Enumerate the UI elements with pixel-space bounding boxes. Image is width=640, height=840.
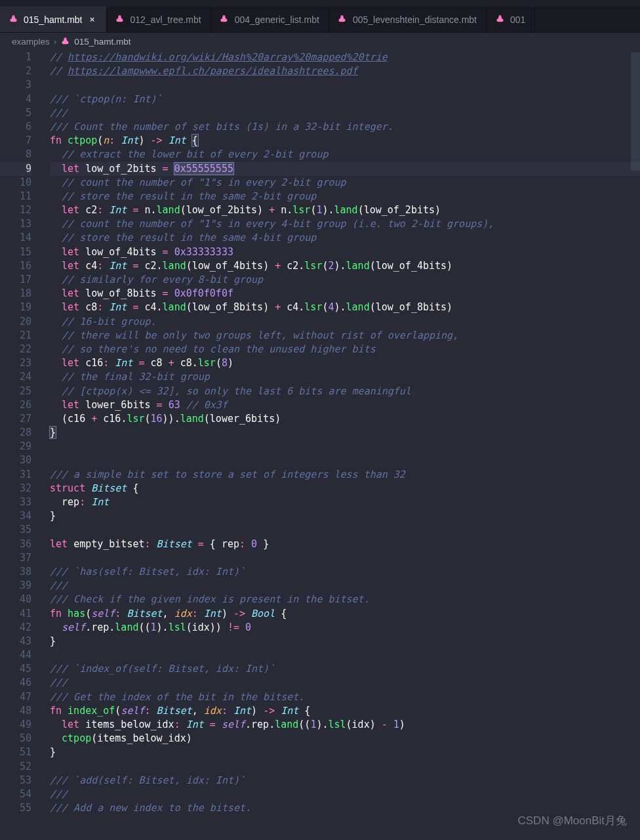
code-line[interactable]: let c8: Int = c4.land(low_of_8bits) + c4… — [50, 301, 640, 314]
code-line[interactable]: /// `has(self: Bitset, idx: Int)` — [50, 565, 640, 579]
line-number: 29 — [0, 440, 31, 453]
code-line[interactable]: let c4: Int = c2.land(low_of_4bits) + c2… — [50, 259, 640, 273]
code-line[interactable] — [50, 551, 640, 565]
code-line[interactable]: let items_below_idx: Int = self.rep.land… — [50, 718, 640, 732]
code-line[interactable]: /// — [50, 106, 640, 120]
code-line[interactable]: /// `add(self: Bitset, idx: Int)` — [50, 774, 640, 788]
line-number: 42 — [0, 621, 31, 635]
line-number: 25 — [0, 385, 31, 398]
code-line[interactable]: // 16-bit group. — [50, 315, 640, 329]
svg-point-9 — [500, 16, 501, 17]
code-line[interactable]: /// a simple bit set to store a set of i… — [50, 468, 640, 482]
line-number: 45 — [0, 662, 31, 676]
code-line[interactable]: } — [50, 635, 640, 648]
line-number: 43 — [0, 635, 31, 648]
code-line[interactable]: } — [50, 509, 640, 523]
editor-tab[interactable]: 015_hamt.mbt× — [0, 7, 107, 32]
code-line[interactable]: // extract the lower bit of every 2-bit … — [50, 148, 640, 161]
code-line[interactable]: fn has(self: Bitset, idx: Int) -> Bool { — [50, 607, 640, 621]
vertical-scrollbar[interactable] — [631, 52, 640, 840]
editor-tab[interactable]: 012_avl_tree.mbt — [107, 7, 211, 32]
code-line[interactable]: // count the number of "1"s in every 2-b… — [50, 176, 640, 190]
svg-point-4 — [222, 16, 223, 17]
line-number: 34 — [0, 509, 31, 523]
code-line[interactable]: rep: Int — [50, 495, 640, 509]
editor-tab[interactable]: 005_levenshtein_distance.mbt — [329, 7, 487, 32]
code-line[interactable]: // https://handwiki.org/wiki/Hash%20arra… — [50, 51, 640, 64]
editor[interactable]: 1234567891011121314151617181920212223242… — [0, 51, 640, 838]
code-line[interactable]: ctpop(items_below_idx) — [50, 732, 640, 746]
line-number: 2 — [0, 64, 31, 78]
breadcrumb-folder[interactable]: examples — [12, 37, 50, 47]
moonbit-file-icon — [8, 14, 18, 25]
code-line[interactable]: struct Bitset { — [50, 482, 640, 495]
code-line[interactable]: fn ctpop(n: Int) -> Int { — [50, 134, 640, 148]
code-line[interactable]: } — [50, 746, 640, 759]
line-number: 13 — [0, 217, 31, 231]
code-line[interactable] — [50, 78, 640, 92]
line-number: 12 — [0, 203, 31, 217]
code-area[interactable]: // https://handwiki.org/wiki/Hash%20arra… — [41, 51, 640, 838]
code-line[interactable] — [50, 648, 640, 662]
line-number: 52 — [0, 760, 31, 774]
line-number: 21 — [0, 329, 31, 343]
code-line[interactable]: // store the result in the same 2-bit gr… — [50, 190, 640, 203]
code-line[interactable]: /// `index_of(self: Bitset, idx: Int)` — [50, 662, 640, 676]
code-line[interactable]: /// Count the number of set bits (1s) in… — [50, 120, 640, 134]
close-icon[interactable]: × — [88, 15, 97, 24]
code-line[interactable]: let low_of_8bits = 0x0f0f0f0f — [50, 287, 640, 301]
svg-point-8 — [498, 16, 499, 17]
code-line[interactable]: } — [50, 426, 640, 440]
code-line[interactable]: // [ctpop(x) <= 32], so only the last 6 … — [50, 385, 640, 398]
code-line[interactable] — [50, 760, 640, 774]
line-number: 36 — [0, 537, 31, 551]
code-line[interactable]: let low_of_4bits = 0x33333333 — [50, 245, 640, 259]
code-line[interactable]: let c2: Int = n.land(low_of_2bits) + n.l… — [50, 203, 640, 217]
code-line[interactable]: /// Add a new index to the bitset. — [50, 801, 640, 815]
code-line[interactable]: let low_of_2bits = 0x55555555 — [50, 162, 640, 176]
tab-label: 001 — [510, 14, 525, 25]
code-line[interactable]: /// `ctpop(n: Int)` — [50, 93, 640, 106]
moonbit-file-icon — [60, 37, 70, 47]
code-line[interactable]: /// — [50, 788, 640, 801]
code-line[interactable]: let empty_bitset: Bitset = { rep: 0 } — [50, 537, 640, 551]
code-line[interactable]: /// Check if the given index is present … — [50, 593, 640, 606]
editor-tab[interactable]: 004_generic_list.mbt — [211, 7, 329, 32]
code-line[interactable]: // the final 32-bit group — [50, 370, 640, 384]
code-line[interactable]: // https://lampwww.epfl.ch/papers/idealh… — [50, 64, 640, 78]
tab-label: 005_levenshtein_distance.mbt — [353, 14, 477, 25]
code-line[interactable] — [50, 453, 640, 467]
code-line[interactable]: // similarly for every 8-bit group — [50, 273, 640, 287]
code-line[interactable]: let lower_6bits = 63 // 0x3f — [50, 398, 640, 412]
line-number: 9 — [0, 162, 31, 176]
code-line[interactable]: /// — [50, 579, 640, 593]
code-line[interactable]: /// — [50, 676, 640, 690]
line-number: 48 — [0, 704, 31, 718]
line-number: 30 — [0, 453, 31, 467]
editor-tab[interactable]: 001 — [487, 7, 535, 32]
line-number: 46 — [0, 676, 31, 690]
scrollbar-thumb[interactable] — [631, 52, 640, 171]
code-line[interactable]: // count the number of "1"s in every 4-b… — [50, 217, 640, 231]
svg-point-2 — [118, 16, 119, 17]
tab-label: 012_avl_tree.mbt — [130, 14, 201, 25]
breadcrumb-file[interactable]: 015_hamt.mbt — [74, 37, 130, 47]
line-number: 11 — [0, 190, 31, 203]
code-line[interactable]: let c16: Int = c8 + c8.lsr(8) — [50, 356, 640, 370]
code-line[interactable]: // store the result in the same 4-bit gr… — [50, 231, 640, 245]
line-number: 3 — [0, 78, 31, 92]
code-line[interactable] — [50, 523, 640, 537]
breadcrumb: examples › 015_hamt.mbt — [0, 33, 640, 51]
code-line[interactable]: // so there's no need to clean the unuse… — [50, 343, 640, 356]
code-line[interactable]: // there will be only two groups left, w… — [50, 329, 640, 343]
code-line[interactable]: /// Get the index of the bit in the bits… — [50, 690, 640, 704]
line-number: 14 — [0, 231, 31, 245]
line-number: 1 — [0, 51, 31, 64]
svg-point-5 — [225, 16, 226, 17]
line-number: 20 — [0, 315, 31, 329]
code-line[interactable]: fn index_of(self: Bitset, idx: Int) -> I… — [50, 704, 640, 718]
line-number: 54 — [0, 788, 31, 801]
code-line[interactable] — [50, 440, 640, 453]
code-line[interactable]: (c16 + c16.lsr(16)).land(lower_6bits) — [50, 412, 640, 426]
code-line[interactable]: self.rep.land((1).lsl(idx)) != 0 — [50, 621, 640, 635]
